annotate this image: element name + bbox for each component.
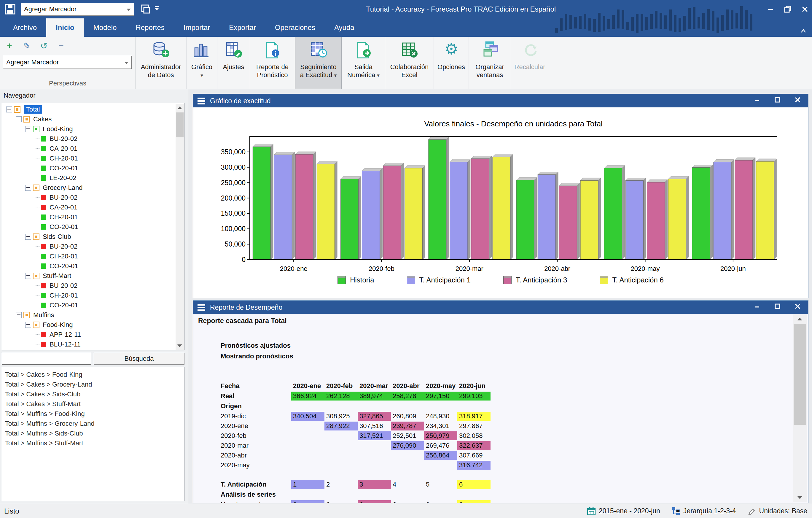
window-menu-icon[interactable] — [198, 97, 205, 105]
report-scrollbar[interactable] — [793, 315, 807, 502]
perspective-combobox[interactable]: Agregar Marcador — [3, 56, 132, 69]
tree-expander-icon[interactable] — [16, 116, 22, 122]
save-icon[interactable] — [4, 3, 17, 16]
tree-expander-icon[interactable] — [25, 322, 31, 328]
report-scrollbar-thumb[interactable] — [793, 324, 806, 425]
tree-expander-icon[interactable] — [25, 126, 31, 132]
tab-ayuda[interactable]: Ayuda — [325, 19, 364, 37]
reporte-pronostico-button[interactable]: Reporte dePronóstico — [250, 37, 295, 89]
tree-item-ca-20-01[interactable]: CA-20-01 — [2, 202, 175, 212]
tab-archivo[interactable]: Archivo — [4, 19, 46, 37]
tree-item-co-20-01[interactable]: CO-20-01 — [2, 300, 175, 310]
tree-item-le-20-02[interactable]: LE-20-02 — [2, 173, 175, 183]
maximize-button[interactable] — [774, 303, 781, 312]
close-button[interactable] — [801, 5, 809, 13]
tree-item-ch-20-01[interactable]: CH-20-01 — [2, 290, 175, 300]
tree-item-co-20-01[interactable]: CO-20-01 — [2, 163, 175, 173]
tree-expander-icon[interactable] — [16, 312, 22, 318]
list-item[interactable]: Total > Muffins > Stuff-Mart — [2, 438, 184, 448]
tree-item-ca-20-01[interactable]: CA-20-01 — [2, 144, 175, 153]
table-cell: 302,058 — [457, 431, 491, 440]
list-item[interactable]: Total > Cakes > Food-King — [2, 370, 184, 379]
restore-button[interactable] — [784, 5, 792, 13]
collapse-ribbon-icon[interactable] — [800, 28, 807, 34]
minimize-button[interactable] — [754, 96, 761, 105]
tree-item-food-king[interactable]: Food-King — [2, 124, 175, 134]
undo-perspective-icon[interactable]: ↺ — [37, 39, 51, 52]
remove-perspective-icon[interactable]: − — [55, 39, 68, 52]
bookmark-combobox[interactable]: Agregar Marcador — [21, 3, 134, 16]
tree-item-ch-20-01[interactable]: CH-20-01 — [2, 153, 175, 163]
tree-item-sids-club[interactable]: Sids-Club — [2, 232, 175, 241]
decorative-sparkline — [555, 7, 760, 34]
scroll-up-icon[interactable] — [176, 104, 184, 112]
tab-inicio[interactable]: Inicio — [46, 19, 84, 37]
cascade-windows-icon[interactable] — [139, 4, 151, 15]
opciones-button[interactable]: ⚙Opciones — [434, 37, 469, 89]
close-button[interactable] — [794, 303, 801, 312]
chart-window-titlebar[interactable]: Gráfico de exactitud — [193, 94, 808, 107]
edit-perspective-icon[interactable]: ✎ — [20, 39, 33, 52]
list-item[interactable]: Total > Muffins > Food-King — [2, 409, 184, 419]
group-node-icon — [33, 184, 39, 191]
tree-scrollbar-thumb[interactable] — [176, 112, 183, 137]
close-button[interactable] — [794, 96, 801, 105]
tab-operaciones[interactable]: Operaciones — [265, 19, 325, 37]
add-perspective-icon[interactable]: + — [3, 39, 16, 52]
tree-item-blu-12-11[interactable]: BLU-12-11 — [2, 339, 175, 349]
salida-numerica-button[interactable]: SalidaNumérica ▾ — [342, 37, 385, 89]
grafico-button[interactable]: Gráfico▾ — [186, 37, 218, 89]
tree-item-bu-20-02[interactable]: BU-20-02 — [2, 134, 175, 144]
scroll-up-icon[interactable] — [793, 315, 807, 323]
tree-scrollbar[interactable] — [176, 104, 184, 350]
tree-item-food-king[interactable]: Food-King — [2, 320, 175, 329]
tree-item-co-20-01[interactable]: CO-20-01 — [2, 222, 175, 232]
tree-item-stuff-mart[interactable]: Stuff-Mart — [2, 271, 175, 281]
tree-item-bu-20-02[interactable]: BU-20-02 — [2, 193, 175, 202]
ajustes-button[interactable]: Ajustes — [218, 37, 250, 89]
tree-item-ch-20-01[interactable]: CH-20-01 — [2, 212, 175, 222]
tree-item-total[interactable]: Total — [2, 105, 175, 114]
report-window-titlebar[interactable]: Reporte de Desempeño — [193, 301, 808, 314]
tree-item-cakes[interactable]: Cakes — [2, 114, 175, 124]
list-item[interactable]: Total > Muffins > Sids-Club — [2, 428, 184, 438]
list-item[interactable]: Total > Muffins > Grocery-Land — [2, 419, 184, 428]
tree-expander-icon[interactable] — [25, 185, 31, 191]
tab-reportes[interactable]: Reportes — [126, 19, 174, 37]
tree-item-label: CA-20-01 — [50, 203, 78, 211]
minimize-button[interactable] — [766, 5, 775, 13]
report-subline-2: Mostrando pronósticos — [221, 352, 293, 360]
tree-item-bu-20-02[interactable]: BU-20-02 — [2, 281, 175, 290]
tree-item-app-12-11[interactable]: APP-12-11 — [2, 329, 175, 339]
row-label: 2020-may — [221, 461, 250, 470]
colaboracion-excel-button[interactable]: ColaboraciónExcel — [385, 37, 434, 89]
scroll-down-icon[interactable] — [176, 342, 184, 350]
search-button[interactable]: Búsqueda — [94, 353, 184, 365]
list-item[interactable]: Total > Cakes > Sids-Club — [2, 389, 184, 399]
organizar-ventanas-button[interactable]: Organizarventanas — [469, 37, 511, 89]
list-item[interactable]: Total > Cakes > Stuff-Mart — [2, 399, 184, 409]
tree-expander-icon[interactable] — [6, 107, 12, 112]
tree-item-muffins[interactable]: Muffins — [2, 310, 175, 320]
tree-expander-icon[interactable] — [25, 273, 31, 279]
tree-item-bu-20-02[interactable]: BU-20-02 — [2, 241, 175, 251]
minimize-button[interactable] — [754, 303, 761, 312]
tab-importar[interactable]: Importar — [174, 19, 220, 37]
list-item[interactable]: Total > Cakes > Grocery-Land — [2, 379, 184, 389]
tree-item-bn-20-01[interactable]: BN-20-01 — [2, 349, 175, 350]
tab-exportar[interactable]: Exportar — [220, 19, 265, 37]
maximize-button[interactable] — [774, 96, 781, 105]
tree-item-grocery-land[interactable]: Grocery-Land — [2, 183, 175, 193]
window-menu-icon[interactable] — [198, 304, 205, 311]
doc-export-icon — [354, 40, 373, 60]
tree-expander-icon[interactable] — [25, 234, 31, 240]
seguimiento-exactitud-button[interactable]: Seguimientoa Exactitud ▾ — [295, 37, 342, 89]
scroll-down-icon[interactable] — [793, 493, 807, 502]
tree-item-ch-20-01[interactable]: CH-20-01 — [2, 251, 175, 261]
quick-access-menu-icon[interactable] — [154, 6, 160, 11]
administrador-datos-button[interactable]: Administradorde Datos — [136, 37, 186, 89]
tab-modelo[interactable]: Modelo — [84, 19, 126, 37]
row-label: Análisis de series — [221, 490, 276, 499]
search-input[interactable] — [2, 353, 91, 365]
tree-item-co-20-01[interactable]: CO-20-01 — [2, 261, 175, 271]
